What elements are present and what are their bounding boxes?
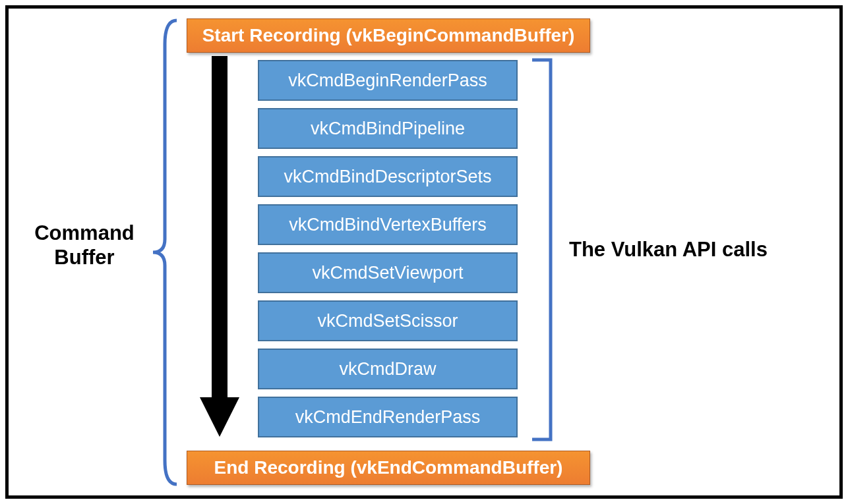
left-brace-icon (150, 18, 178, 487)
cmd-box: vkCmdSetViewport (258, 252, 518, 293)
command-buffer-label: Command Buffer (25, 221, 144, 269)
command-list: vkCmdBeginRenderPass vkCmdBindPipeline v… (258, 60, 518, 445)
cmd-label: vkCmdBindPipeline (311, 119, 465, 139)
flow-arrow-icon (200, 56, 239, 438)
cmd-box: vkCmdBeginRenderPass (258, 60, 518, 101)
right-label-text: The Vulkan API calls (569, 238, 768, 261)
cmd-label: vkCmdBindVertexBuffers (289, 215, 487, 235)
cmd-box: vkCmdBindDescriptorSets (258, 156, 518, 197)
svg-rect-0 (212, 56, 227, 399)
end-recording-label: End Recording (vkEndCommandBuffer) (214, 457, 563, 478)
cmd-box: vkCmdBindVertexBuffers (258, 204, 518, 245)
vulkan-api-calls-label: The Vulkan API calls (569, 238, 839, 262)
cmd-label: vkCmdDraw (339, 359, 436, 379)
cmd-label: vkCmdSetScissor (317, 311, 458, 331)
svg-marker-1 (200, 397, 239, 437)
cmd-box: vkCmdEndRenderPass (258, 397, 518, 437)
cmd-label: vkCmdBindDescriptorSets (284, 167, 491, 187)
start-recording-box: Start Recording (vkBeginCommandBuffer) (187, 18, 590, 53)
label-line1: Command (34, 221, 135, 244)
diagram-frame: Start Recording (vkBeginCommandBuffer) v… (5, 5, 843, 499)
label-line2: Buffer (54, 246, 114, 269)
start-recording-label: Start Recording (vkBeginCommandBuffer) (202, 25, 575, 46)
right-bracket-icon (531, 57, 559, 442)
cmd-label: vkCmdEndRenderPass (295, 407, 481, 428)
end-recording-box: End Recording (vkEndCommandBuffer) (187, 451, 590, 485)
cmd-box: vkCmdSetScissor (258, 300, 518, 341)
cmd-box: vkCmdDraw (258, 349, 518, 389)
cmd-label: vkCmdSetViewport (312, 263, 463, 283)
cmd-box: vkCmdBindPipeline (258, 108, 518, 149)
cmd-label: vkCmdBeginRenderPass (288, 70, 487, 91)
diagram-content: Start Recording (vkBeginCommandBuffer) v… (9, 9, 839, 495)
